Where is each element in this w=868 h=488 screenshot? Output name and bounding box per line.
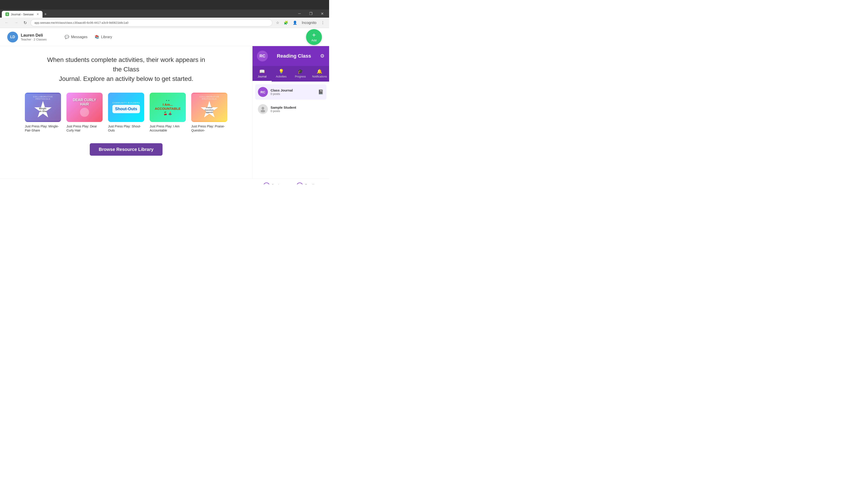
tab-title: Journal - Seesaw (11, 13, 33, 16)
progress-tab-label: Progress (295, 75, 306, 78)
activities-grid: COLLABORATIVE PROTOCOLS Mingle-Pair-Shar… (9, 93, 243, 132)
svg-point-1 (260, 110, 265, 112)
sidebar: RC Reading Class ⚙ 📖 Journal 💡 Activitie… (252, 46, 329, 179)
activities-tab-label: Activities (276, 75, 286, 78)
add-students-button[interactable]: + Students (264, 183, 286, 184)
activity-thumbnail-1: DEAR CURLY HAIR (66, 93, 103, 122)
activity-label-4: Just Press Play: Praise-Question- (191, 124, 227, 132)
class-journal-posts: 0 posts (271, 92, 315, 96)
add-label: Add (311, 39, 316, 42)
activity-label-1: Just Press Play: Dear Curly Hair (66, 124, 103, 132)
library-icon: 📚 (95, 35, 99, 39)
incognito-label[interactable]: Incognito (300, 20, 318, 26)
sidebar-journal-section: RC Class Journal 0 posts 📓 (252, 82, 329, 120)
students-label: Students (272, 184, 286, 184)
library-nav-item[interactable]: 📚 Library (95, 35, 112, 39)
close-button[interactable]: ✕ (317, 9, 327, 18)
svg-point-0 (261, 107, 264, 109)
sidebar-header: RC Reading Class ⚙ (252, 46, 329, 66)
nav-icon-group: ☆ 🧩 👤 Incognito ⋮ (274, 20, 327, 26)
refresh-button[interactable]: ↻ (22, 20, 29, 26)
activity-thumbnail-0: COLLABORATIVE PROTOCOLS Mingle-Pair-Shar… (25, 93, 61, 122)
activity-card-4[interactable]: COLLABORATIVE PROTOCOLS Praise-Question-… (191, 93, 227, 132)
class-journal-info: Class Journal 0 posts (271, 88, 315, 96)
families-label: Families (305, 184, 318, 184)
close-tab-button[interactable]: ✕ (37, 13, 39, 16)
class-journal-avatar: RC (258, 87, 268, 97)
activity-thumbnail-3: ✦ ✦ I Am...ACCOUNTABLE 🍒 🕹️ (150, 93, 186, 122)
sidebar-rc-avatar: RC (257, 51, 268, 61)
class-journal-name: Class Journal (271, 88, 315, 92)
user-avatar: LD (7, 32, 18, 42)
forward-button[interactable]: → (12, 20, 20, 26)
browser-chrome (0, 0, 329, 9)
sidebar-class-name: Reading Class (268, 53, 320, 59)
activity-thumbnail-4: COLLABORATIVE PROTOCOLS Praise-Question-… (191, 93, 227, 122)
restore-button[interactable]: ❐ (306, 9, 316, 18)
add-families-button[interactable]: + Families (297, 183, 318, 184)
student-info: Sample Student 0 posts (271, 105, 324, 113)
settings-gear-icon[interactable]: ⚙ (320, 53, 324, 59)
welcome-text: When students complete activities, their… (47, 55, 205, 84)
tab-progress[interactable]: 🎓 Progress (291, 66, 310, 82)
minimize-button[interactable]: ─ (294, 9, 305, 18)
add-icon: + (312, 32, 316, 38)
address-bar[interactable]: app.seesaw.me/#/class/class.c30aacd0-6c0… (31, 19, 272, 26)
student-posts: 0 posts (271, 109, 324, 113)
window-controls: ─ ❐ ✕ (294, 9, 327, 18)
progress-tab-icon: 🎓 (298, 69, 303, 74)
activity-card-1[interactable]: DEAR CURLY HAIR Just Press Play: Dear Cu… (66, 93, 103, 132)
favicon-icon: S (5, 12, 9, 16)
navigation-bar: ← → ↻ app.seesaw.me/#/class/class.c30aac… (0, 18, 329, 28)
messages-icon: 💬 (65, 35, 69, 39)
menu-icon[interactable]: ⋮ (319, 20, 327, 26)
sidebar-tabs: 📖 Journal 💡 Activities 🎓 Progress 🔔 Noti… (252, 66, 329, 82)
bottom-bar: + Students + Families (0, 179, 329, 184)
app-header: LD Lauren Deli Teacher · 2 Classes 💬 Mes… (0, 28, 329, 46)
bookmark-icon[interactable]: ☆ (274, 20, 281, 26)
activity-card-2[interactable]: COMMUNITY BUILDERS Shout-Outs Just Press… (108, 93, 144, 132)
messages-nav-item[interactable]: 💬 Messages (65, 35, 88, 39)
notifications-tab-icon: 🔔 (317, 69, 322, 74)
journal-tab-icon: 📖 (259, 69, 265, 74)
new-tab-button[interactable]: + (42, 11, 49, 18)
activity-label-2: Just Press Play: Shout-Outs (108, 124, 144, 132)
app-body: When students complete activities, their… (0, 46, 329, 179)
profile-icon[interactable]: 👤 (291, 20, 299, 26)
browser-tab-bar: S Journal - Seesaw ✕ + ─ ❐ ✕ (0, 9, 329, 18)
sample-student-entry[interactable]: Sample Student 0 posts (255, 101, 327, 117)
tab-journal[interactable]: 📖 Journal (252, 66, 272, 82)
messages-label: Messages (71, 35, 88, 39)
activity-thumbnail-2: COMMUNITY BUILDERS Shout-Outs (108, 93, 144, 122)
student-name: Sample Student (271, 105, 324, 109)
activities-tab-icon: 💡 (278, 69, 284, 74)
user-name: Lauren Deli (21, 33, 46, 38)
main-content: When students complete activities, their… (0, 46, 252, 179)
activity-card-0[interactable]: COLLABORATIVE PROTOCOLS Mingle-Pair-Shar… (25, 93, 61, 132)
tab-notifications[interactable]: 🔔 Notifications (310, 66, 329, 82)
activity-label-3: Just Press Play: I Am Accountable (150, 124, 186, 132)
url-text: app.seesaw.me/#/class/class.c30aacd0-6c0… (34, 21, 128, 24)
journal-tab-label: Journal (258, 75, 267, 78)
back-button[interactable]: ← (3, 20, 10, 26)
add-students-icon: + (264, 183, 270, 184)
student-avatar (258, 104, 268, 114)
browse-resource-library-button[interactable]: Browse Resource Library (90, 143, 162, 156)
user-info: Lauren Deli Teacher · 2 Classes (21, 33, 46, 41)
extensions-icon[interactable]: 🧩 (282, 20, 290, 26)
header-navigation: 💬 Messages 📚 Library (65, 35, 112, 39)
app-container: LD Lauren Deli Teacher · 2 Classes 💬 Mes… (0, 28, 329, 184)
activity-label-0: Just Press Play: Mingle-Pair-Share (25, 124, 61, 132)
journal-book-icon: 📓 (318, 89, 324, 95)
add-button[interactable]: + Add (306, 29, 322, 45)
library-label: Library (101, 35, 112, 39)
active-tab[interactable]: S Journal - Seesaw ✕ (2, 11, 42, 18)
activity-card-3[interactable]: ✦ ✦ I Am...ACCOUNTABLE 🍒 🕹️ Just Press P… (150, 93, 186, 132)
class-journal-entry[interactable]: RC Class Journal 0 posts 📓 (255, 84, 327, 100)
tab-activities[interactable]: 💡 Activities (272, 66, 291, 82)
user-role: Teacher · 2 Classes (21, 38, 46, 41)
notifications-tab-label: Notifications (312, 75, 327, 78)
student-avatar-icon (260, 106, 266, 112)
add-families-icon: + (297, 183, 303, 184)
